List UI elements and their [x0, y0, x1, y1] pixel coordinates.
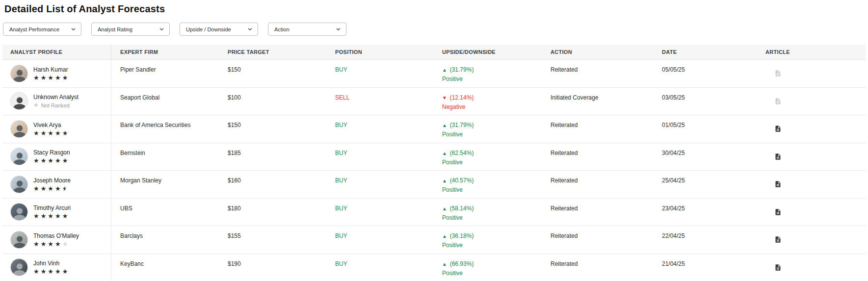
row-filler [795, 226, 866, 254]
star-icon: ★ [62, 157, 68, 164]
article-cell [761, 88, 795, 115]
person-icon [11, 178, 28, 193]
article-cell [761, 60, 795, 87]
filter-upside-downside[interactable]: Upside / Downside [180, 23, 258, 36]
action-cell: Reiterated [542, 115, 653, 143]
avatar [10, 203, 28, 221]
article-document-icon [773, 69, 783, 78]
article-document-icon[interactable] [773, 152, 783, 161]
analyst-rating-stars: ★★★★★ [33, 213, 71, 219]
table-row: John Vinh ★★★★★ KeyBanc $190 BUY ▲ (66.9… [2, 254, 866, 281]
action-cell: Reiterated [542, 199, 653, 226]
position-cell: BUY [326, 254, 433, 281]
star-icon: ★ [33, 130, 39, 136]
star-icon: ★ [55, 241, 61, 247]
analyst-profile-cell: John Vinh ★★★★★ [2, 254, 111, 281]
analyst-profile-cell: Vivek Arya ★★★★★ [2, 115, 111, 143]
star-icon: ★ [62, 241, 68, 247]
table-row: Stacy Rasgon ★★★★★ Bernstein $185 BUY ▲ … [2, 143, 866, 171]
star-icon: ★ [48, 157, 53, 164]
header-article: ARTICLE [761, 49, 795, 55]
price-target-cell: $160 [219, 171, 326, 198]
analyst-rating-stars: ★★★★★★ [33, 185, 71, 192]
filter-analyst-performance[interactable]: Analyst Performance [3, 23, 81, 36]
not-ranked-label: Not Ranked [41, 102, 70, 108]
row-filler [795, 254, 866, 281]
star-icon: ★ [48, 213, 53, 219]
filter-analyst-rating[interactable]: Analyst Rating [91, 23, 170, 36]
upside-downside-cell: ▲ (66.93%) Positive [433, 254, 542, 281]
analyst-rating-stars: ★★★★★ [33, 130, 69, 136]
article-document-icon[interactable] [773, 124, 783, 134]
star-icon: ★ [48, 241, 53, 247]
star-icon: ★ [41, 213, 47, 219]
avatar [10, 258, 28, 276]
analyst-name: Timothy Arcuri [33, 204, 71, 211]
header-position: POSITION [326, 49, 433, 55]
date-cell: 03/05/25 [653, 88, 761, 115]
price-target-cell: $150 [219, 115, 326, 143]
date-cell: 30/04/25 [653, 143, 761, 171]
article-document-icon[interactable] [773, 207, 783, 217]
page-title: Detailed List of Analyst Forecasts [4, 3, 866, 15]
action-cell: Reiterated [542, 143, 653, 171]
price-target-cell: $150 [219, 60, 326, 87]
price-target-cell: $190 [219, 254, 326, 281]
chevron-down-icon [71, 26, 76, 32]
table-row: Unknown Analyst ★Not Ranked Seaport Glob… [2, 88, 866, 116]
direction-icon: ▲ [442, 151, 448, 156]
row-filler [795, 60, 866, 87]
header-analyst-profile: ANALYST PROFILE [2, 45, 111, 59]
direction-icon: ▲ [442, 123, 448, 128]
article-document-icon[interactable] [773, 179, 783, 189]
price-target-cell: $180 [219, 199, 326, 226]
header-price-target: PRICE TARGET [219, 49, 326, 55]
analyst-profile-cell: Stacy Rasgon ★★★★★ [2, 143, 111, 171]
person-icon [11, 67, 28, 82]
article-document-icon [773, 96, 783, 106]
star-icon: ★ [55, 130, 61, 136]
sentiment-label: Negative [442, 103, 538, 110]
analyst-profile-cell: Joseph Moore ★★★★★★ [2, 171, 111, 198]
star-icon: ★ [41, 130, 47, 136]
change-percent: (31.79%) [450, 66, 474, 73]
analyst-name: Harsh Kumar [33, 66, 69, 73]
row-filler [795, 171, 866, 198]
person-icon [11, 94, 28, 110]
direction-icon: ▲ [442, 178, 448, 183]
sentiment-label: Positive [442, 186, 538, 193]
person-icon [11, 233, 28, 249]
filter-action[interactable]: Action [268, 23, 346, 36]
sentiment-label: Positive [442, 76, 538, 82]
star-icon: ★ [48, 268, 53, 275]
analyst-name: John Vinh [33, 260, 69, 267]
article-document-icon[interactable] [773, 235, 783, 245]
change-percent: (62.54%) [450, 150, 474, 156]
star-icon: ★ [41, 185, 47, 192]
sentiment-label: Positive [442, 159, 538, 166]
sentiment-label: Positive [442, 214, 538, 221]
star-icon: ★ [33, 157, 39, 164]
position-cell: BUY [326, 115, 433, 143]
analyst-name: Joseph Moore [33, 177, 71, 184]
upside-downside-cell: ▲ (36.18%) Positive [433, 226, 542, 254]
avatar [10, 231, 28, 249]
price-target-cell: $100 [219, 88, 326, 115]
filter-label: Analyst Performance [9, 26, 59, 32]
avatar [10, 176, 28, 193]
person-icon [11, 122, 28, 138]
star-icon: ★ [62, 130, 68, 136]
action-cell: Reiterated [542, 226, 653, 254]
article-document-icon[interactable] [773, 262, 783, 272]
avatar [10, 92, 28, 110]
expert-firm-cell: Seaport Global [111, 88, 219, 115]
star-icon: ★ [33, 102, 39, 108]
upside-downside-cell: ▲ (31.79%) Positive [433, 115, 542, 143]
table-row: Joseph Moore ★★★★★★ Morgan Stanley $160 … [2, 171, 866, 199]
expert-firm-cell: Bernstein [111, 143, 219, 171]
star-icon: ★ [48, 130, 53, 136]
expert-firm-cell: Piper Sandler [111, 60, 219, 87]
position-cell: SELL [326, 88, 433, 115]
date-cell: 23/04/25 [653, 199, 761, 226]
analyst-name: Stacy Rasgon [33, 149, 70, 156]
